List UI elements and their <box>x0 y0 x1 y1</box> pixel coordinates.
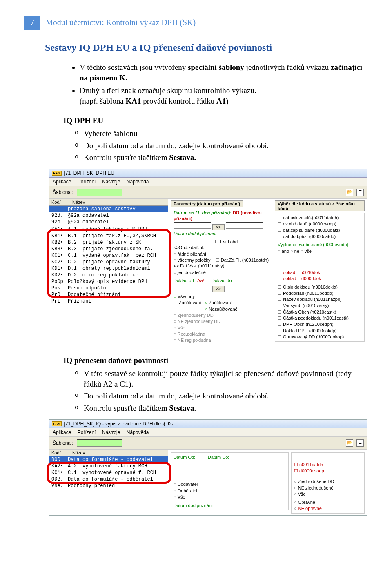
list-icon[interactable]: ≣ <box>356 439 364 447</box>
list-item[interactable]: KA2•A.2. vyhotovené faktury RCH <box>49 463 168 470</box>
window-title: [71_DPH_SK] IQ - výpis z evidence DPH dl… <box>64 421 175 427</box>
intro-bullet-1: V těchto sestavách jsou vytvořeny speciá… <box>80 62 363 83</box>
menu-item[interactable]: Nápověda <box>127 430 149 435</box>
list-item[interactable]: KB1•B.1. prijaté fak.z EU,3Z,SKRCH <box>49 233 168 239</box>
radio-opravne[interactable]: Opravné <box>294 499 362 505</box>
open-icon[interactable]: 📂 <box>346 189 353 196</box>
radio-ne-opravne[interactable]: NE opravné <box>294 505 362 511</box>
datzd-check[interactable] <box>216 258 221 263</box>
list-item[interactable]: KB2•B.2. prijaté faktúry z SK <box>49 239 168 246</box>
check-dokad[interactable]: dokad = n0010dok <box>278 269 362 275</box>
radio-vsechny-z[interactable]: Všechny <box>174 294 195 299</box>
menu-item[interactable]: Nástroje <box>102 430 120 435</box>
template-toolbar: Šablona : 📂 ≣ <box>49 437 367 450</box>
menu-bar[interactable]: Aplikace Pořízení Nástroje Nápověda <box>49 178 367 186</box>
datum-do-input[interactable] <box>226 222 263 229</box>
sablona-input[interactable] <box>77 189 122 196</box>
iqdph-step-2: Do polí datum od a datum do, zadejte kon… <box>75 140 363 151</box>
template-list[interactable]: Kód/ Název DODData do formuláře - dodava… <box>49 450 168 515</box>
list-item[interactable]: KC2•C.2. prijaté opravné faktury <box>49 259 168 265</box>
radio-ne-regpok: NE reg.pokladna <box>174 337 270 343</box>
radio-radne[interactable]: řádné přiznání <box>174 251 270 257</box>
datum-do-input[interactable] <box>215 461 252 467</box>
template-toolbar: Šablona : 📂 ≣ <box>49 186 367 199</box>
radio-vse[interactable]: Vše <box>174 494 198 500</box>
side-check[interactable]: Doklad DPH (d0000dokdp) <box>278 328 362 334</box>
menu-item[interactable]: Pořízení <box>78 179 96 185</box>
radio-odberatel[interactable]: Odběratel <box>174 488 198 494</box>
side-check[interactable]: DPH Obch (n0210cedph) <box>278 321 362 327</box>
datum-od-input[interactable] <box>174 222 211 229</box>
list-item[interactable]: DODData do formuláře - dodavatel <box>49 456 168 463</box>
datum-od-input[interactable] <box>174 461 211 467</box>
go-button-2[interactable]: >> <box>212 286 225 292</box>
check-doklad[interactable]: doklad = d0000dok <box>278 276 362 281</box>
tab-kody[interactable]: Výběr dle kódu a statusů z číselníku kód… <box>275 200 365 211</box>
list-item[interactable]: PrDDodatečné přiznání <box>49 292 168 298</box>
col-nazev: Název <box>70 199 87 205</box>
radio-vse2[interactable]: Vše <box>294 491 362 497</box>
list-item[interactable]: KA1•A.1. vydané faktúry s % DPH <box>49 226 168 233</box>
check-b[interactable]: ev.obd.daně (d0000evodp) <box>278 221 362 227</box>
open-icon[interactable]: 📂 <box>346 439 353 447</box>
side-check[interactable]: Číslo dokladu (n0010dokla) <box>278 284 362 290</box>
list-item[interactable]: KD1•D.1. obraty reg.pokladnicami <box>49 265 168 272</box>
sablona-label: Šablona : <box>53 189 74 195</box>
list-item[interactable]: KB3•B.3. přijaté zjednodušené fa. <box>49 246 168 252</box>
menu-item[interactable]: Nástroje <box>102 179 120 185</box>
list-item[interactable]: PoOpPoložkový opis evidence DPH <box>49 278 168 285</box>
sablona-label: Šablona : <box>53 440 74 446</box>
col-nazev: Název <box>70 450 87 456</box>
side-check[interactable]: Var.symb (n0015varsy) <box>278 303 362 308</box>
radio-vsechny[interactable]: všechny položky <box>174 258 210 263</box>
side-check[interactable]: Opravovaný DD (d0000dokop) <box>278 334 362 340</box>
list-item[interactable]: PosPosun odpočtu <box>49 285 168 292</box>
sablona-input[interactable] <box>77 439 122 447</box>
datum-dodat-input[interactable] <box>174 237 211 243</box>
list-item[interactable]: KC1•C.1. vyhotovené opravné f. RCH <box>49 470 168 476</box>
page-header: 7 Modul účetnictví: Kontrolní výkaz DPH … <box>24 16 368 30</box>
iqpren-heading: IQ přenesení daňové povinnosti <box>63 355 363 366</box>
list-item[interactable]: PřiPřiznání <box>49 298 168 305</box>
iqpren-step-2: Do polí datum od a datum do, zadejte kon… <box>75 391 363 401</box>
list-item[interactable]: ODB.Data do formuláře - odběratel <box>49 476 168 483</box>
menu-bar[interactable]: Aplikace Pořízení Nástroje Nápověda <box>49 428 367 437</box>
doklad-do-input[interactable] <box>226 284 263 290</box>
check-a[interactable]: dat.usk.zd.plň.(n0011datdh) <box>278 215 362 220</box>
list-item[interactable]: 92o.§92a odběratel <box>49 219 168 225</box>
template-list[interactable]: Kód/ Název -prázdná šablona sestavy92d.§… <box>49 199 168 347</box>
intro-bullet-2: Druhý a třetí znak označuje skupinu kont… <box>80 85 363 106</box>
list-item[interactable]: -prázdná šablona sestavy <box>49 206 168 212</box>
iqdph-step-3: Kontrolu spusťte tlačítkem Sestava. <box>75 152 363 163</box>
radio-dodavatel[interactable]: Dodavatel <box>174 481 198 487</box>
check-d[interactable]: dat.dod.přiz. (d0000datdp) <box>278 234 362 239</box>
radio-nezauctovane[interactable]: Nezaúčtované <box>205 307 238 312</box>
list-item[interactable]: Vše.Podrobný přehled <box>49 483 168 489</box>
radio-dodatecne[interactable]: jen dodatečné <box>174 269 270 275</box>
radio-ne-zjed[interactable]: NE zjednodušené <box>294 485 362 491</box>
menu-item[interactable]: Pořízení <box>78 430 96 435</box>
menu-item[interactable]: Nápověda <box>127 179 149 185</box>
list-item[interactable]: KC1•C.1. vydané oprav.fak. bez RCH <box>49 252 168 259</box>
side-check[interactable]: Poddoklad (n0011poddo) <box>278 290 362 296</box>
window-title: [71_DPH_SK] DPH.EU <box>64 170 114 176</box>
tab-parametry[interactable]: Parametry (datum pro přiznání) <box>171 200 243 207</box>
check-d0000[interactable]: d0000evodp <box>294 468 362 474</box>
radio-zjed[interactable]: Zjednodušené DD <box>294 479 362 484</box>
list-item[interactable]: KD2•D.2. mimo reg.pokladnice <box>49 272 168 278</box>
go-button[interactable]: >> <box>212 224 225 230</box>
side-check[interactable]: Název dokladu (n0011nazpo) <box>278 296 362 302</box>
check-c[interactable]: dat.zápisu daně (d0000datz) <box>278 227 362 233</box>
side-check[interactable]: Částka Obch (n0210castk) <box>278 309 362 315</box>
evid-check[interactable] <box>215 239 220 244</box>
list-icon[interactable]: ≣ <box>356 189 364 196</box>
check-n0011[interactable]: n0011datdh <box>294 462 362 467</box>
window-titlebar: FAS [71_DPH_SK] DPH.EU <box>49 169 367 178</box>
side-check[interactable]: Částka poddokladu (n0011castk) <box>278 315 362 321</box>
doklad-od-input[interactable] <box>174 284 211 290</box>
list-item[interactable]: 92d.§92a dodavatel <box>49 212 168 219</box>
zauc-check[interactable] <box>174 300 179 305</box>
menu-item[interactable]: Aplikace <box>53 430 71 435</box>
menu-item[interactable]: Aplikace <box>53 179 71 185</box>
radio-zauctovane[interactable]: Zaúčtované <box>205 300 232 305</box>
